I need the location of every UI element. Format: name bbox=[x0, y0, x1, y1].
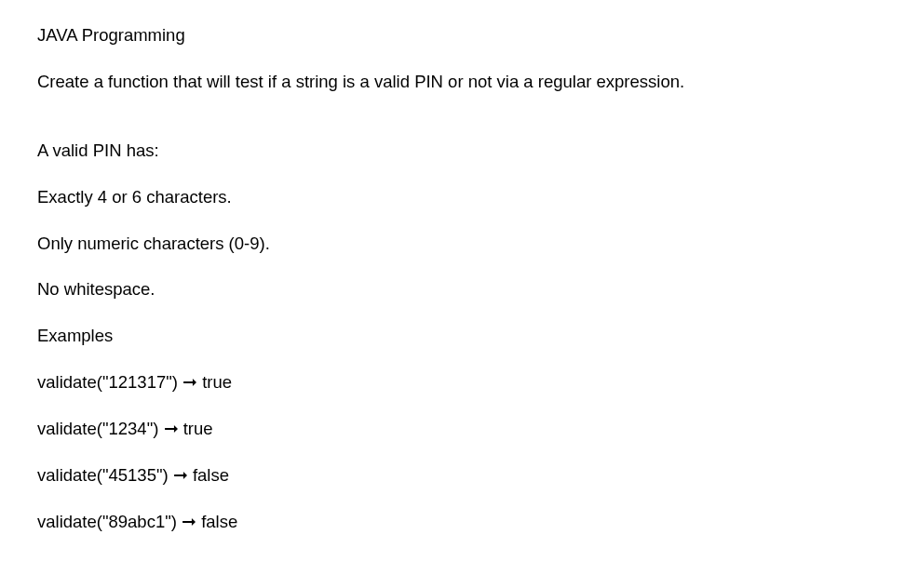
example-4: validate("89abc1") ➞ false bbox=[37, 510, 868, 534]
rule-1: Exactly 4 or 6 characters. bbox=[37, 185, 868, 209]
spacer bbox=[37, 116, 868, 139]
section-heading: A valid PIN has: bbox=[37, 139, 868, 163]
example-3: validate("45135") ➞ false bbox=[37, 463, 868, 488]
rule-2: Only numeric characters (0-9). bbox=[37, 232, 868, 256]
example-1: validate("121317") ➞ true bbox=[37, 370, 868, 394]
example-2: validate("1234") ➞ true bbox=[37, 417, 868, 441]
page-title: JAVA Programming bbox=[37, 23, 185, 47]
description-text: Create a function that will test if a st… bbox=[37, 70, 868, 94]
examples-heading: Examples bbox=[37, 324, 868, 348]
rule-3: No whitespace. bbox=[37, 277, 868, 301]
title-line: JAVA Programming bbox=[37, 23, 868, 47]
